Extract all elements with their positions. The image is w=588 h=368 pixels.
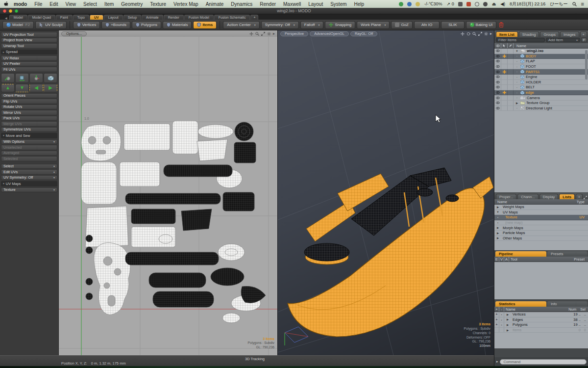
- flip-uvs-button[interactable]: Flip UVs: [1, 99, 57, 104]
- uv-maps-section-header[interactable]: ▾UV Maps: [1, 181, 57, 186]
- item-label[interactable]: Texture Group: [526, 101, 550, 105]
- raygl-button[interactable]: RayGL: Off: [350, 31, 377, 36]
- menu-item-5[interactable]: Geometry: [121, 1, 143, 7]
- item-row-parts1[interactable]: - PARTS1: [494, 69, 588, 75]
- tab-pipeline[interactable]: Pipeline: [495, 251, 546, 257]
- workspace-tab-1[interactable]: Model Quad: [28, 15, 55, 20]
- menu-item-12[interactable]: Layout: [308, 1, 323, 7]
- visibility-eye-icon[interactable]: [494, 85, 501, 90]
- menu-item-6[interactable]: Texture: [150, 1, 166, 7]
- tab-channels[interactable]: Chann...: [517, 194, 538, 199]
- menu-item-4[interactable]: Item: [104, 1, 114, 7]
- expander-icon[interactable]: ▶: [494, 226, 501, 229]
- orbit-view-icon[interactable]: [466, 32, 470, 36]
- menu-item-14[interactable]: Help: [354, 1, 365, 7]
- stats-row-edges[interactable]: +-▶Edges38 ....: [494, 317, 588, 323]
- tab-scroll-left-icon[interactable]: ◀: [5, 16, 7, 20]
- pack-uvs-button[interactable]: Pack UVs: [1, 116, 57, 121]
- app-menu-modo[interactable]: modo: [14, 1, 27, 7]
- list-row-particle-maps[interactable]: ▶Particle Maps: [494, 231, 588, 236]
- tab-images[interactable]: Images: [560, 31, 579, 37]
- item-row-belt[interactable]: - BELT: [494, 85, 588, 90]
- visibility-eye-icon[interactable]: [494, 75, 501, 79]
- tab-display[interactable]: Display: [539, 194, 559, 199]
- stats-row-items[interactable]: ▶Items00: [494, 328, 588, 333]
- list-row-uv-maps[interactable]: ▼UV Maps: [494, 210, 588, 215]
- status-icon-moon[interactable]: [416, 2, 420, 6]
- uv-options-button[interactable]: Options...: [61, 31, 87, 36]
- list-label[interactable]: Morph Maps: [503, 226, 523, 230]
- apple-menu-icon[interactable]: [4, 1, 9, 7]
- add-workspace-tab-button[interactable]: +: [250, 15, 258, 20]
- item-row-texture-group[interactable]: ▶ Texture Group: [494, 101, 588, 106]
- maximize-view-icon[interactable]: [478, 32, 482, 36]
- texture-map-dropdown[interactable]: Texture: [1, 187, 57, 193]
- mirror-uvs-button[interactable]: Mirror UVs: [1, 110, 57, 115]
- list-label[interactable]: Texture: [505, 215, 517, 219]
- status-icon-grid[interactable]: [458, 2, 463, 6]
- spotlight-search-icon[interactable]: [572, 2, 577, 6]
- status-icon-eject[interactable]: ⏏: [492, 1, 496, 6]
- unwrap-tool-button[interactable]: Unwrap Tool: [1, 43, 57, 49]
- menubar-clock[interactable]: 8月18日(月) 22:16: [510, 1, 545, 7]
- expander-icon[interactable]: ▼: [494, 210, 501, 213]
- workspace-tab-10[interactable]: Fusion Schematic: [214, 15, 250, 20]
- maximize-view-icon[interactable]: [261, 32, 265, 36]
- uv-transform-tool-button[interactable]: [1, 73, 15, 83]
- item-row-flap[interactable]: - FLAP: [494, 59, 588, 64]
- perspective-3d-viewport[interactable]: Perspective AdvancedOpenGL RayGL: Off ▸ …: [277, 30, 494, 355]
- tab-info[interactable]: Info: [547, 301, 588, 307]
- pan-view-icon[interactable]: [249, 32, 253, 36]
- lists-type-column[interactable]: Type: [577, 200, 585, 204]
- workspace-tab-7[interactable]: Animate: [142, 15, 163, 20]
- status-icon-clock[interactable]: [475, 2, 479, 6]
- list-label[interactable]: Weight Maps: [503, 205, 524, 209]
- lists-name-column[interactable]: Name: [497, 200, 507, 204]
- workspace-tab-8[interactable]: Render: [164, 15, 184, 20]
- item-row-body[interactable]: - BODY: [494, 54, 588, 59]
- item-tool-icon[interactable]: [501, 90, 508, 95]
- visibility-eye-icon[interactable]: [494, 69, 501, 74]
- visibility-eye-icon[interactable]: [494, 101, 501, 105]
- item-row-foot[interactable]: - FOOT: [494, 64, 588, 70]
- stats-row-polygons[interactable]: +-▶Polygons19 ....: [494, 322, 588, 328]
- detach-panel-icon[interactable]: [584, 196, 587, 199]
- item-row-holder[interactable]: - HOLDER: [494, 80, 588, 85]
- camera-view-button[interactable]: Perspective: [280, 31, 308, 36]
- falloff-dropdown[interactable]: Falloff: [300, 21, 324, 29]
- menubar-user[interactable]: ひーちー: [550, 1, 567, 7]
- spread-section-header[interactable]: ▸Spread: [1, 50, 57, 55]
- uv-scale-tool-button[interactable]: [29, 73, 43, 83]
- status-icon-input-source[interactable]: [466, 2, 471, 6]
- selection-mode-3[interactable]: Materials: [163, 21, 192, 29]
- tab-shading[interactable]: Shading: [519, 31, 539, 37]
- workspace-tab-0[interactable]: Model: [9, 15, 27, 20]
- status-icon-green-app[interactable]: [399, 2, 403, 6]
- list-row-other-maps[interactable]: ▶Other Maps: [494, 236, 588, 241]
- action-center-dropdown[interactable]: Action Center: [223, 21, 259, 29]
- menu-item-13[interactable]: System: [330, 1, 346, 7]
- work-plane-dropdown[interactable]: Work Plane: [357, 21, 390, 29]
- viewport-menu-arrow-icon[interactable]: ▸: [490, 31, 492, 36]
- expander-icon[interactable]: ▶: [494, 206, 501, 209]
- add-item-dropdown[interactable]: Add Item▾: [546, 38, 580, 43]
- add-panel-tab-button[interactable]: +: [576, 194, 583, 199]
- stats-add-button[interactable]: +: [494, 317, 499, 322]
- orient-pieces-button[interactable]: Orient Pieces: [1, 93, 57, 99]
- project-from-view-button[interactable]: Project from View: [1, 38, 57, 43]
- stats-row-vertices[interactable]: +-▶Vertices19 ....: [494, 312, 588, 317]
- item-label[interactable]: BODY: [526, 54, 536, 58]
- viewport-menu-arrow-icon[interactable]: ▸: [273, 32, 275, 36]
- move-and-sew-section-header[interactable]: ▾Move and Sew: [1, 133, 57, 138]
- item-label[interactable]: HOLDER: [526, 80, 541, 84]
- expander-icon[interactable]: ▶: [514, 102, 520, 105]
- filter-f-button[interactable]: F: [581, 38, 587, 43]
- visibility-eye-icon[interactable]: [494, 90, 501, 95]
- selection-mode-2[interactable]: Polygons: [132, 21, 161, 29]
- expander-icon[interactable]: ▶: [504, 323, 511, 326]
- uv-projection-box-button[interactable]: [44, 73, 57, 83]
- list-row-morph-maps[interactable]: ▶Morph Maps: [494, 225, 588, 231]
- move-uv-down-button[interactable]: ▼: [15, 84, 29, 92]
- menu-item-2[interactable]: View: [66, 1, 76, 7]
- move-uv-left-button[interactable]: ◀: [29, 84, 43, 92]
